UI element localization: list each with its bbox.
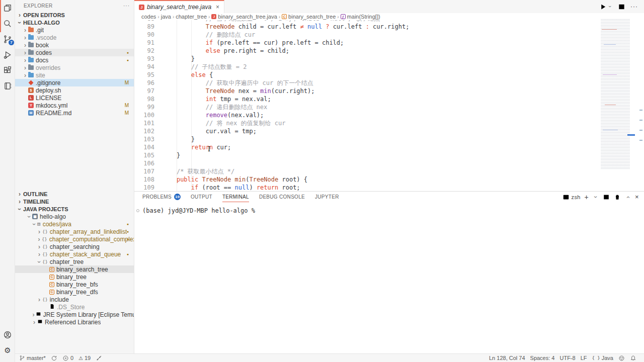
section-java-projects[interactable]: › JAVA PROJECTS xyxy=(15,205,134,213)
tree-item-binary-tree[interactable]: Cbinary_tree xyxy=(15,273,134,281)
status-utf-8[interactable]: UTF-8 xyxy=(557,354,578,362)
panel-tab-terminal[interactable]: TERMINAL xyxy=(222,192,249,202)
split-editor-button[interactable] xyxy=(618,3,625,11)
panel-tab-problems[interactable]: PROBLEMS19 xyxy=(142,192,181,202)
breadcrumb-label: binary_search_tree.java xyxy=(218,14,277,20)
code-text: else { xyxy=(154,71,213,79)
line-number: 100 xyxy=(134,111,154,119)
tree-item-include[interactable]: ›{}include xyxy=(15,296,134,303)
section-hello-algo[interactable]: › HELLO-ALGO xyxy=(15,19,134,26)
trash-button[interactable] xyxy=(614,194,621,201)
tree-item-chapter-stack-and-queue[interactable]: ›{}chapter_stack_and_queue● xyxy=(15,250,134,258)
tree-item-chapter-tree[interactable]: ›{}chapter_tree xyxy=(15,258,134,265)
tree-item-chapter-searching[interactable]: ›{}chapter_searching xyxy=(15,243,134,250)
tree-item--ds-store[interactable]: .DS_Store xyxy=(15,303,134,311)
close-button[interactable]: × xyxy=(635,193,639,201)
status-feedback-icon[interactable] xyxy=(616,354,627,362)
activity-bar-item-settings-gear[interactable]: ⚙ xyxy=(0,342,15,358)
activity-bar: 7 ⚙ xyxy=(0,0,15,362)
activity-bar-top: 7 xyxy=(0,0,15,94)
explorer-more-actions[interactable]: ··· xyxy=(123,3,130,9)
class-icon: C xyxy=(49,282,54,287)
tree-item-binary-search-tree[interactable]: Cbinary_search_tree xyxy=(15,265,134,273)
status-sync-icon[interactable] xyxy=(48,354,60,362)
terminal-picker-button[interactable] xyxy=(562,194,570,201)
tree-item-docs[interactable]: ›docs● xyxy=(15,56,134,64)
status-ln-128-col-74[interactable]: Ln 128, Col 74 xyxy=(487,354,528,362)
activity-bar-bottom: ⚙ xyxy=(0,327,15,358)
breadcrumb-item-java[interactable]: java xyxy=(161,14,171,20)
section-open-editors[interactable]: › OPEN EDITORS xyxy=(15,11,134,19)
tree-item-site[interactable]: ›site xyxy=(15,71,134,79)
close-icon[interactable]: × xyxy=(216,4,219,11)
tree-item--gitignore[interactable]: .gitignoreM xyxy=(15,79,134,86)
tree-item-deploy-sh[interactable]: $deploy.sh xyxy=(15,86,134,94)
section-timeline[interactable]: › TIMELINE xyxy=(15,198,134,205)
activity-bar-item-files[interactable] xyxy=(0,0,15,16)
status-bar-left: master*0⚠19 xyxy=(5,354,105,362)
tree-item-binary-tree-dfs[interactable]: Cbinary_tree_dfs xyxy=(15,288,134,296)
status-branch-icon[interactable]: master* xyxy=(17,354,48,362)
tree-item-codes-java[interactable]: ›⊞codes/java● xyxy=(15,220,134,228)
status-rocket-icon[interactable] xyxy=(93,354,105,362)
breadcrumb-separator: › xyxy=(337,14,339,20)
more-actions-button[interactable]: ··· xyxy=(630,3,638,10)
code-line-97: 97 TreeNode nex = min(cur.right); xyxy=(134,87,599,95)
explorer-header: EXPLORER ··· xyxy=(15,0,134,11)
tree-item-mkdocs-yml[interactable]: Ymkdocs.ymlM xyxy=(15,102,134,109)
activity-bar-item-search[interactable] xyxy=(0,16,15,31)
activity-bar-item-account[interactable] xyxy=(0,327,15,342)
tab-binary-search-tree[interactable]: J binary_search_tree.java × xyxy=(134,0,224,13)
status-bell-icon[interactable] xyxy=(627,354,639,362)
tree-item-chapter-array-and-linkedlist[interactable]: ›{}chapter_array_and_linkedlist● xyxy=(15,228,134,235)
minimap[interactable] xyxy=(599,14,638,191)
plus-button[interactable]: + xyxy=(585,193,589,201)
breadcrumb-item-binary-search-tree-java[interactable]: Jbinary_search_tree.java xyxy=(211,14,277,20)
status-error-icon[interactable]: 0 xyxy=(60,354,76,362)
tree-item-jre-system-library-eclipse-temurin-17-17-[interactable]: ›JRE System Library [Eclipse Temurin 17 … xyxy=(15,311,134,318)
status-label: Spaces: 4 xyxy=(530,355,555,361)
tree-item-referenced-libraries[interactable]: ›Referenced Libraries xyxy=(15,318,134,326)
tree-item-chapter-computational-complexity[interactable]: ›{}chapter_computational_complexity● xyxy=(15,235,134,243)
split-panel-button[interactable] xyxy=(603,194,610,201)
code-text: if (root == null) return root; xyxy=(154,184,300,191)
panel-tab-debug-console[interactable]: DEBUG CONSOLE xyxy=(259,192,305,202)
tree-item-binary-tree-bfs[interactable]: Cbinary_tree_bfs xyxy=(15,281,134,288)
breadcrumb-label: java xyxy=(161,14,171,20)
status-braces-icon[interactable]: { }Java xyxy=(589,354,616,362)
tree-item-readme-md[interactable]: MREADME.mdM xyxy=(15,109,134,117)
chevron-right-icon: › xyxy=(22,28,28,33)
tree-item-license[interactable]: LLICENSE xyxy=(15,94,134,102)
tree-item-hello-algo[interactable]: ›▦hello-algo xyxy=(15,213,134,220)
activity-bar-item-run-debug[interactable] xyxy=(0,47,15,62)
code-text: int tmp = nex.val; xyxy=(154,95,271,103)
status-spaces-4[interactable]: Spaces: 4 xyxy=(528,354,557,362)
panel-tab-output[interactable]: OUTPUT xyxy=(191,192,212,202)
namespace-icon: {} xyxy=(42,244,48,249)
code-line-102: 102 cur.val = tmp; xyxy=(134,127,599,135)
breadcrumb-item-codes[interactable]: codes xyxy=(141,14,156,20)
activity-bar-item-source-control[interactable]: 7 xyxy=(0,31,15,47)
breadcrumb-item-binary-search-tree[interactable]: Cbinary_search_tree xyxy=(282,14,336,20)
panel-tab-jupyter[interactable]: JUPYTER xyxy=(315,192,339,202)
chevron-up-button[interactable]: › xyxy=(625,195,631,200)
section-outline[interactable]: › OUTLINE xyxy=(15,190,134,198)
code-text: } xyxy=(154,135,195,143)
tree-item--git[interactable]: ›.git xyxy=(15,26,134,34)
chevron-down-button[interactable]: › xyxy=(593,195,599,200)
breadcrumb-item-chapter-tree[interactable]: chapter_tree xyxy=(176,14,207,20)
status-lf[interactable]: LF xyxy=(578,354,590,362)
tree-item-codes[interactable]: ›codes● xyxy=(15,49,134,56)
run-button[interactable]: › xyxy=(599,3,613,11)
tree-item-overrides[interactable]: ›overrides xyxy=(15,64,134,71)
tree-item-book[interactable]: ›book xyxy=(15,41,134,49)
breadcrumb-item-main-string-[interactable]: ƒmain(String[]) xyxy=(341,14,380,20)
terminal[interactable]: (base) jyd@JYD-MBP hello-algo % xyxy=(134,202,644,214)
run-icon: › xyxy=(599,3,613,11)
activity-bar-item-extensions[interactable] xyxy=(0,62,15,78)
activity-bar-item-notebook[interactable] xyxy=(0,78,15,94)
code-editor[interactable]: 88 // 当子结点数量 = 0 / 1 时， child = null / 该… xyxy=(134,20,599,191)
tree-item--vscode[interactable]: ›.vscode xyxy=(15,34,134,41)
overview-ruler[interactable] xyxy=(638,14,644,191)
status-warning-icon[interactable]: ⚠19 xyxy=(76,354,93,362)
